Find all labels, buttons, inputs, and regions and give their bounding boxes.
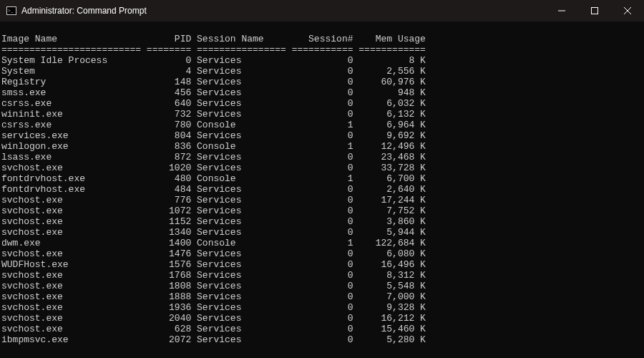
process-row: svchost.exe 628 Services 0 15,460 K: [1, 324, 643, 334]
process-row: Registry 148 Services 0 60,976 K: [1, 77, 643, 87]
process-row: csrss.exe 640 Services 0 6,032 K: [1, 98, 643, 109]
process-row: svchost.exe 1152 Services 0 3,860 K: [1, 216, 643, 227]
process-row: System 4 Services 0 2,556 K: [1, 66, 643, 77]
process-row: svchost.exe 1340 Services 0 5,944 K: [1, 227, 643, 238]
process-row: lsass.exe 872 Services 0 23,468 K: [1, 152, 643, 163]
cmd-icon: >_: [6, 5, 17, 16]
terminal-output[interactable]: Image Name PID Session Name Session# Mem…: [0, 21, 644, 358]
process-row: services.exe 804 Services 0 9,692 K: [1, 130, 643, 141]
process-row: fontdrvhost.exe 480 Console 1 6,700 K: [1, 173, 643, 184]
process-row: smss.exe 456 Services 0 948 K: [1, 87, 643, 98]
titlebar[interactable]: >_ Administrator: Command Prompt: [0, 0, 644, 21]
header-row: Image Name PID Session Name Session# Mem…: [1, 34, 643, 44]
process-row: svchost.exe 1768 Services 0 8,312 K: [1, 270, 643, 281]
window-title: Administrator: Command Prompt: [21, 6, 147, 16]
process-row: svchost.exe 2040 Services 0 16,212 K: [1, 313, 643, 324]
process-row: wininit.exe 732 Services 0 6,132 K: [1, 109, 643, 120]
process-row: dwm.exe 1400 Console 1 122,684 K: [1, 238, 643, 248]
process-row: svchost.exe 1808 Services 0 5,548 K: [1, 281, 643, 291]
process-row: svchost.exe 1072 Services 0 7,752 K: [1, 205, 643, 216]
separator-row: ========================= ======== =====…: [1, 44, 643, 55]
process-row: svchost.exe 1888 Services 0 7,000 K: [1, 291, 643, 302]
command-prompt-window: >_ Administrator: Command Prompt Image N…: [0, 0, 644, 358]
process-row: svchost.exe 1020 Services 0 33,728 K: [1, 163, 643, 173]
blank-line: [1, 23, 643, 34]
close-button[interactable]: [611, 0, 644, 21]
process-row: System Idle Process 0 Services 0 8 K: [1, 55, 643, 66]
svg-text:>_: >_: [8, 8, 14, 14]
process-row: svchost.exe 776 Services 0 17,244 K: [1, 195, 643, 205]
process-row: ibmpmsvc.exe 2072 Services 0 5,280 K: [1, 334, 643, 345]
process-row: winlogon.exe 836 Console 1 12,496 K: [1, 141, 643, 152]
minimize-button[interactable]: [545, 0, 578, 21]
process-row: fontdrvhost.exe 484 Services 0 2,640 K: [1, 184, 643, 195]
svg-rect-3: [592, 8, 598, 14]
process-row: csrss.exe 780 Console 1 6,964 K: [1, 120, 643, 130]
process-row: svchost.exe 1476 Services 0 6,080 K: [1, 248, 643, 259]
process-row: WUDFHost.exe 1576 Services 0 16,496 K: [1, 259, 643, 270]
process-row: svchost.exe 1936 Services 0 9,328 K: [1, 302, 643, 313]
maximize-button[interactable]: [578, 0, 611, 21]
